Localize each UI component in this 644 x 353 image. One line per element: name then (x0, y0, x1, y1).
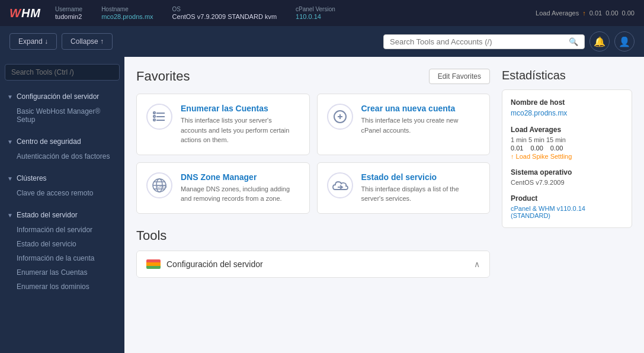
stat-os: Sistema operativo CentOS v7.9.2009 (511, 168, 623, 186)
sidebar-section-security: ▼ Centro de seguridad Autenticación de d… (0, 130, 124, 167)
svg-rect-5 (153, 119, 155, 121)
fav-card-3-title: DNS Zone Manager (181, 172, 300, 182)
sidebar: ▼ Configuración del servidor Basic WebHo… (0, 57, 124, 353)
collapse-button[interactable]: Collapse ↑ (62, 33, 113, 50)
cloud-icon (327, 172, 353, 198)
fav-card-4-title: Estado del servicio (361, 172, 480, 182)
fav-card-3[interactable]: DNS DNS Zone Manager Manage DNS zones, i… (136, 162, 310, 214)
fav-card-1-desc: This interface lists your server's accou… (181, 115, 300, 145)
dns-icon: DNS (146, 172, 172, 198)
chevron-icon: ▼ (7, 94, 13, 100)
stat-product: Product cPanel & WHM v110.0.14 (STANDARD… (511, 194, 623, 219)
favorites-header: Favorites Edit Favorites (136, 69, 490, 84)
svg-text:DNS: DNS (157, 184, 167, 189)
favorites-grid: Enumerar las Cuentas This interface list… (136, 94, 490, 214)
fav-card-4[interactable]: Estado del servicio This interface displ… (317, 162, 491, 214)
favorites-title: Favorites (136, 69, 190, 84)
sidebar-item-account-info[interactable]: Información de la cuenta (0, 251, 124, 265)
load-spike: ↑ Load Spike Settling (511, 153, 623, 160)
logo: WHM (9, 7, 41, 20)
fav-card-3-content: DNS Zone Manager Manage DNS zones, inclu… (181, 172, 300, 204)
top-bar: WHM Username tudomin2 Hostname mco28.pro… (0, 0, 644, 26)
sidebar-item-service-status[interactable]: Estado del servicio (0, 237, 124, 251)
sidebar-section-clusters: ▼ Clústeres Clave de acceso remoto (0, 167, 124, 204)
chevron-up-icon: ∧ (474, 259, 480, 269)
tools-section-label: Configuración del servidor (166, 259, 263, 269)
fav-card-4-desc: This interface displays a list of the se… (361, 184, 480, 204)
plus-circle-icon (327, 104, 353, 130)
content-area: Favorites Edit Favorites (124, 57, 644, 353)
stats-sidebar: Estadísticas Nombre de host mco28.prodns… (502, 69, 632, 278)
sidebar-item-2fa[interactable]: Autenticación de dos factores (0, 149, 124, 163)
meta-os: OS CentOS v7.9.2009 STANDARD kvm (172, 6, 277, 20)
sidebar-item-server-info[interactable]: Información del servidor (0, 223, 124, 237)
server-config-icon (146, 259, 161, 269)
load-averages: Load Averages ↑ 0.01 0.00 0.00 (536, 9, 635, 17)
sidebar-section-clusters-header[interactable]: ▼ Clústeres (0, 171, 124, 186)
fav-card-2[interactable]: Crear una nueva cuenta This interface le… (317, 94, 491, 155)
fav-card-1-content: Enumerar las Cuentas This interface list… (181, 104, 300, 145)
content-main: Favorites Edit Favorites (136, 69, 490, 278)
sidebar-section-server-status: ▼ Estado del servidor Información del se… (0, 204, 124, 297)
sidebar-section-server-status-header[interactable]: ▼ Estado del servidor (0, 207, 124, 223)
chevron-icon: ▼ (7, 212, 13, 219)
edit-favorites-button[interactable]: Edit Favorites (429, 69, 490, 84)
sidebar-item-list-accounts[interactable]: Enumerar las Cuentas (0, 265, 124, 280)
chevron-icon: ▼ (7, 175, 13, 182)
chevron-icon: ▼ (7, 139, 13, 145)
search-bar: 🔍 (383, 34, 585, 49)
toolbar: Expand ↓ Collapse ↑ 🔍 🔔 👤 (0, 26, 644, 57)
sidebar-search-input[interactable] (11, 68, 113, 76)
sidebar-section-config-header[interactable]: ▼ Configuración del servidor (0, 89, 124, 104)
meta-hostname: Hostname mco28.prodns.mx (101, 6, 153, 20)
user-button[interactable]: 👤 (614, 31, 635, 52)
sidebar-item-access-key[interactable]: Clave de acceso remoto (0, 186, 124, 200)
sidebar-search[interactable] (5, 64, 120, 81)
tools-section: Configuración del servidor ∧ (136, 251, 490, 278)
meta-cpanel: cPanel Version 110.0.14 (296, 6, 335, 20)
search-input[interactable] (390, 37, 565, 46)
tools-title: Tools (136, 228, 490, 243)
stats-box: Nombre de host mco28.prodns.mx Load Aver… (502, 89, 632, 228)
fav-card-2-title: Crear una nueva cuenta (361, 104, 480, 113)
notifications-button[interactable]: 🔔 (589, 31, 610, 52)
expand-button[interactable]: Expand ↓ (9, 33, 57, 50)
fav-card-1-title: Enumerar las Cuentas (181, 104, 300, 113)
stats-title: Estadísticas (502, 69, 632, 82)
tools-section-header[interactable]: Configuración del servidor ∧ (137, 251, 489, 277)
fav-card-2-desc: This interface lets you create new cPane… (361, 115, 480, 135)
svg-rect-3 (153, 112, 155, 114)
main-layout: ▼ Configuración del servidor Basic WebHo… (0, 57, 644, 353)
tools-section-left: Configuración del servidor (146, 259, 263, 269)
sidebar-item-basic-setup[interactable]: Basic WebHost Manager® Setup (0, 104, 124, 127)
meta-username: Username tudomin2 (55, 6, 82, 20)
search-icon: 🔍 (569, 37, 578, 46)
list-icon (146, 104, 172, 130)
fav-card-1[interactable]: Enumerar las Cuentas This interface list… (136, 94, 310, 155)
load-labels: 1 min 5 min 15 min (511, 136, 623, 143)
stat-load: Load Averages 1 min 5 min 15 min 0.01 0.… (511, 126, 623, 160)
svg-rect-4 (153, 115, 155, 117)
sidebar-section-security-header[interactable]: ▼ Centro de seguridad (0, 134, 124, 149)
fav-card-4-content: Estado del servicio This interface displ… (361, 172, 480, 204)
fav-card-3-desc: Manage DNS zones, including adding and r… (181, 184, 300, 204)
fav-card-2-content: Crear una nueva cuenta This interface le… (361, 104, 480, 135)
load-arrow-icon: ↑ (582, 9, 586, 17)
stat-hostname: Nombre de host mco28.prodns.mx (511, 98, 623, 117)
load-values: 0.01 0.00 0.00 (511, 145, 623, 152)
meta-info: Username tudomin2 Hostname mco28.prodns.… (55, 6, 536, 20)
content-inner: Favorites Edit Favorites (136, 69, 632, 278)
sidebar-item-list-domains[interactable]: Enumerar los dominios (0, 280, 124, 294)
sidebar-section-config: ▼ Configuración del servidor Basic WebHo… (0, 85, 124, 130)
